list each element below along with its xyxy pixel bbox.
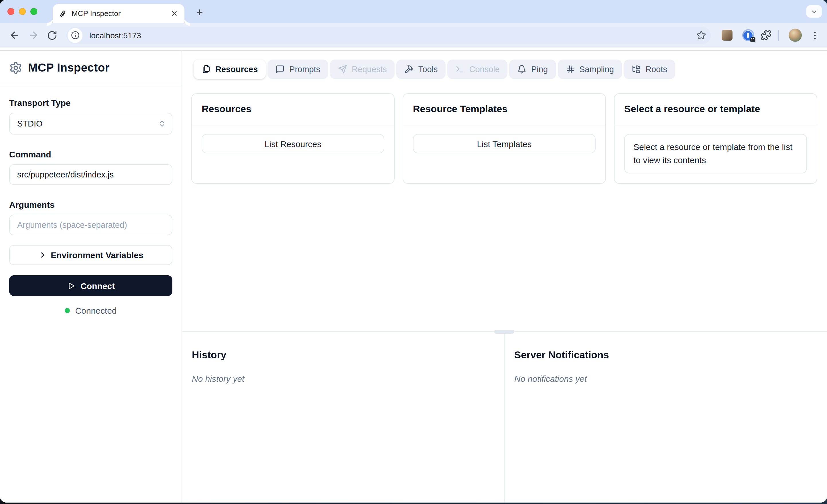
forward-button[interactable]	[25, 27, 41, 43]
tab-sampling[interactable]: Sampling	[557, 59, 622, 79]
bell-icon	[518, 65, 527, 74]
hammer-icon	[405, 65, 414, 74]
tab-roots[interactable]: Roots	[624, 59, 675, 79]
resource-preview-card-title: Select a resource or template	[624, 104, 760, 114]
star-icon	[696, 30, 706, 40]
tab-label: Prompts	[289, 65, 320, 74]
arrow-right-icon	[28, 30, 39, 41]
app-tabs: ResourcesPromptsRequestsToolsConsolePing…	[194, 59, 827, 79]
terminal-icon	[455, 65, 465, 74]
reload-button[interactable]	[44, 27, 60, 43]
minimize-window-button[interactable]	[19, 8, 26, 15]
play-icon	[67, 281, 75, 290]
environment-variables-button[interactable]: Environment Variables	[9, 245, 173, 265]
site-info-button[interactable]	[67, 28, 83, 43]
history-pane: History No history yet	[182, 332, 504, 503]
tab-resources[interactable]: Resources	[194, 59, 266, 79]
page-content: MCP Inspector Transport Type STDIO Comma…	[0, 51, 827, 503]
browser-tabstrip: MCP Inspector	[0, 0, 827, 23]
new-tab-button[interactable]	[192, 5, 206, 19]
connect-label: Connect	[81, 281, 115, 291]
server-notifications-title: Server Notifications	[514, 349, 609, 361]
desktop: MCP Inspector	[0, 0, 827, 504]
url-text[interactable]: localhost:5173	[89, 31, 696, 40]
plus-icon	[195, 8, 204, 16]
puzzle-icon	[761, 30, 771, 41]
address-bar[interactable]: localhost:5173	[66, 27, 711, 44]
message-icon	[276, 65, 285, 74]
extensions-button[interactable]	[759, 28, 773, 43]
arrow-left-icon	[9, 30, 20, 41]
window-controls	[7, 8, 37, 15]
tab-title: MCP Inspector	[71, 9, 169, 18]
tab-label: Roots	[645, 65, 667, 74]
resource-templates-card: Resource Templates List Templates	[403, 93, 606, 184]
browser-menu-button[interactable]	[809, 28, 821, 42]
tab-close-icon[interactable]	[169, 9, 179, 18]
browser-window: MCP Inspector	[0, 0, 827, 503]
info-icon	[71, 31, 79, 40]
browser-tab[interactable]: MCP Inspector	[53, 4, 184, 23]
transport-type-value: STDIO	[17, 119, 43, 128]
resource-templates-card-title: Resource Templates	[413, 104, 507, 114]
back-button[interactable]	[6, 27, 22, 43]
mcp-favicon-icon	[58, 9, 67, 18]
chevron-right-icon	[38, 251, 47, 259]
connect-button[interactable]: Connect	[9, 275, 173, 296]
tab-label: Resources	[215, 65, 258, 74]
app-title: MCP Inspector	[28, 61, 110, 74]
onepassword-extension-icon[interactable]	[742, 29, 754, 41]
browser-toolbar: localhost:5173	[0, 23, 827, 48]
toolbar-separator	[778, 30, 779, 41]
profile-avatar[interactable]	[789, 29, 802, 42]
main-area: ResourcesPromptsRequestsToolsConsolePing…	[182, 51, 827, 503]
bookmark-star-button[interactable]	[696, 30, 706, 40]
files-icon	[202, 65, 211, 74]
list-resources-button[interactable]: List Resources	[202, 134, 384, 153]
resource-preview-message: Select a resource or template from the l…	[624, 134, 807, 173]
environment-variables-label: Environment Variables	[51, 250, 143, 260]
status-label: Connected	[75, 306, 116, 315]
gear-icon	[9, 61, 22, 74]
bottom-panes: History No history yet Server Notificati…	[182, 332, 827, 503]
transport-type-label: Transport Type	[9, 98, 173, 108]
folder-tree-icon	[632, 65, 641, 74]
history-title: History	[192, 349, 494, 361]
tab-requests[interactable]: Requests	[330, 59, 395, 79]
tab-label: Requests	[352, 65, 387, 74]
connection-status: Connected	[9, 306, 173, 315]
resource-preview-card: Select a resource or template Select a r…	[614, 93, 817, 184]
lock-icon	[750, 37, 755, 42]
list-templates-button[interactable]: List Templates	[413, 134, 596, 153]
resources-card-title: Resources	[202, 104, 251, 114]
extension-photo-icon[interactable]	[721, 30, 732, 41]
onepassword-slot	[747, 33, 749, 38]
arguments-input[interactable]	[9, 215, 173, 235]
resources-card: Resources List Resources	[191, 93, 395, 184]
tab-label: Sampling	[579, 65, 614, 74]
close-window-button[interactable]	[7, 8, 14, 15]
notifications-empty-message: No notifications yet	[514, 374, 609, 384]
tab-console[interactable]: Console	[448, 59, 508, 79]
tab-prompts[interactable]: Prompts	[267, 59, 328, 79]
toolbar-divider	[0, 48, 827, 51]
history-empty-message: No history yet	[192, 374, 494, 384]
kebab-menu-icon	[810, 30, 820, 40]
tab-label: Console	[469, 65, 500, 74]
status-dot-icon	[65, 308, 70, 313]
command-input[interactable]	[9, 164, 173, 185]
arguments-label: Arguments	[9, 200, 173, 209]
command-label: Command	[9, 149, 173, 159]
chevron-down-icon	[811, 8, 818, 15]
zoom-window-button[interactable]	[30, 8, 37, 15]
tab-tools[interactable]: Tools	[397, 59, 446, 79]
tab-label: Ping	[531, 65, 548, 74]
hash-icon	[566, 65, 575, 74]
resize-handle[interactable]	[494, 330, 514, 334]
tab-search-button[interactable]	[807, 5, 822, 18]
transport-type-select[interactable]: STDIO	[9, 113, 173, 135]
tab-ping[interactable]: Ping	[509, 59, 556, 79]
sidebar-header: MCP Inspector	[0, 51, 182, 85]
tab-label: Tools	[419, 65, 438, 74]
server-notifications-pane: Server Notifications No notifications ye…	[504, 332, 619, 503]
